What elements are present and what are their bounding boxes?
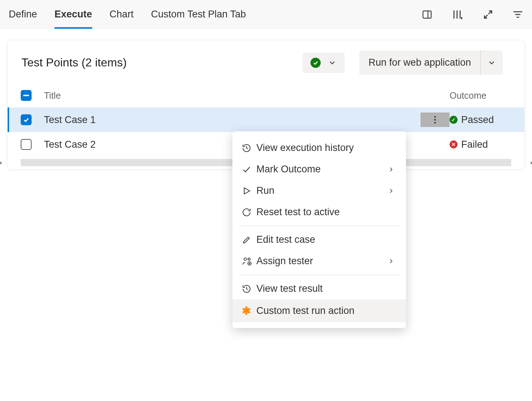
svg-point-14 [244, 258, 247, 260]
row-checkbox[interactable] [21, 114, 32, 125]
row-title: Test Case 1 [41, 114, 421, 126]
row-checkbox[interactable] [21, 139, 32, 150]
svg-marker-13 [244, 188, 250, 194]
refresh-icon [242, 208, 256, 217]
chevron-down-icon [487, 58, 496, 67]
passed-icon [310, 58, 321, 68]
menu-label: Assign tester [256, 255, 386, 267]
chevron-down-icon [328, 58, 337, 67]
row-outcome: Failed [461, 139, 488, 150]
chevron-right-icon [386, 187, 397, 195]
chevron-right-icon [386, 258, 397, 265]
table-row[interactable]: Test Case 1 ✓ Passed [8, 107, 524, 132]
menu-assign-tester[interactable]: Assign tester [232, 250, 406, 272]
panel-title: Test Points (2 items) [21, 56, 127, 69]
tab-define[interactable]: Define [9, 0, 37, 29]
menu-label: Custom test run action [256, 305, 397, 316]
tab-custom-test-plan[interactable]: Custom Test Plan Tab [151, 0, 246, 29]
tab-bar: Define Execute Chart Custom Test Plan Ta… [0, 0, 532, 29]
menu-label: Mark Outcome [256, 164, 386, 175]
menu-custom-test-run-action[interactable]: ✱ Custom test run action [232, 299, 406, 322]
tab-chart[interactable]: Chart [110, 0, 134, 29]
menu-run[interactable]: Run [232, 180, 406, 201]
scroll-left-arrow-icon[interactable]: ◄ [0, 160, 3, 165]
pencil-icon [242, 235, 256, 245]
star-icon: ✱ [242, 304, 256, 317]
scroll-right-arrow-icon[interactable]: ► [529, 160, 532, 165]
svg-point-15 [248, 258, 250, 260]
menu-edit-test-case[interactable]: Edit test case [232, 229, 406, 250]
menu-label: View execution history [256, 142, 397, 154]
menu-label: Edit test case [256, 234, 397, 245]
play-icon [242, 186, 256, 196]
svg-point-10 [434, 116, 436, 118]
menu-label: Reset test to active [256, 206, 397, 218]
run-split-button: Run for web application [359, 50, 503, 75]
svg-line-5 [488, 11, 492, 14]
svg-point-12 [434, 122, 436, 123]
svg-point-11 [434, 119, 436, 120]
menu-label: Run [256, 185, 386, 196]
svg-line-6 [484, 15, 488, 18]
row-outcome: Passed [461, 114, 494, 126]
svg-rect-0 [423, 11, 431, 18]
fullscreen-icon[interactable] [483, 9, 494, 20]
tab-execute[interactable]: Execute [54, 0, 92, 29]
filter-icon[interactable] [512, 9, 523, 20]
row-context-menu: View execution history Mark Outcome Run [232, 131, 406, 328]
table-header: Title Outcome [8, 83, 524, 107]
run-options-dropdown[interactable] [480, 50, 503, 75]
outcome-filter-dropdown[interactable] [302, 53, 345, 73]
passed-icon: ✓ [450, 116, 458, 124]
select-all-checkbox[interactable] [21, 90, 32, 101]
menu-view-test-result[interactable]: View test result [232, 278, 406, 299]
run-for-web-button[interactable]: Run for web application [359, 50, 480, 75]
menu-label: View test result [256, 283, 397, 294]
row-more-actions-button[interactable] [421, 112, 450, 127]
menu-reset-to-active[interactable]: Reset test to active [232, 201, 406, 223]
column-outcome[interactable]: Outcome [450, 90, 511, 101]
columns-edit-icon[interactable] [451, 8, 464, 21]
menu-mark-outcome[interactable]: Mark Outcome [232, 159, 406, 180]
column-title[interactable]: Title [41, 90, 421, 101]
chevron-right-icon [386, 166, 397, 173]
check-icon [242, 165, 256, 174]
menu-view-execution-history[interactable]: View execution history [232, 137, 406, 159]
history-icon [242, 284, 256, 294]
history-icon [242, 143, 256, 153]
panel-toggle-icon[interactable] [422, 9, 432, 20]
failed-icon: ✕ [450, 140, 458, 148]
assign-person-icon [242, 256, 256, 266]
more-vertical-icon [434, 115, 436, 124]
